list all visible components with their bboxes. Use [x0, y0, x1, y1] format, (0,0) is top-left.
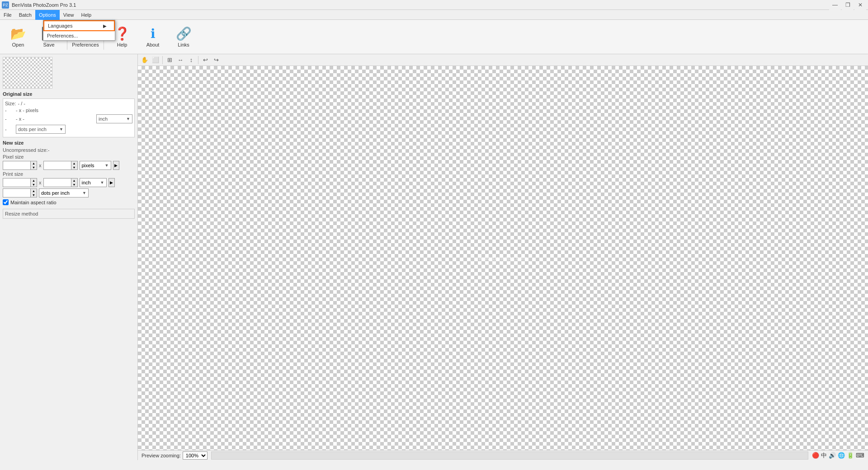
about-label: About: [146, 42, 160, 47]
about-icon: ℹ: [146, 27, 160, 41]
dropdown-item-languages[interactable]: Languages ▶: [43, 20, 115, 31]
print-height-field[interactable]: [44, 179, 71, 187]
canvas-tool-resize[interactable]: ⊞: [165, 55, 175, 65]
dpi-unit-dropdown[interactable]: dots per inch ▼: [39, 188, 89, 197]
aspect-ratio-label: Maintain aspect ratio: [10, 200, 57, 205]
canvas-tool-redo[interactable]: ↪: [211, 55, 221, 65]
print-width-input[interactable]: ▲ ▼: [3, 178, 37, 187]
size-label: Size:: [5, 101, 16, 106]
print-unit-value: inch: [82, 180, 99, 185]
print-width-up[interactable]: ▲: [30, 179, 37, 183]
options-dropdown: Languages ▶ Preferences...: [43, 20, 115, 41]
open-icon: 📂: [11, 27, 25, 41]
pixel-unit-arrow: ▼: [105, 163, 109, 168]
pixel-height-input[interactable]: ▲ ▼: [43, 161, 78, 170]
title-bar-left: PZ BenVista PhotoZoom Pro 3.1: [2, 1, 76, 9]
print-unit-dropdown[interactable]: inch ▼: [80, 178, 107, 187]
zoom-select[interactable]: 25% 50% 75% 100% 150% 200%: [183, 451, 208, 460]
pixel-width-field[interactable]: [3, 161, 30, 169]
scroll-area[interactable]: [211, 451, 808, 460]
toolbar: 📂 Open 💾 Save ⚙ Preferences ❓ Help ℹ Abo…: [0, 20, 868, 54]
menu-view[interactable]: View: [60, 10, 78, 20]
original-size-box: Size: - / - - - x - pixels - - x - inch …: [3, 99, 135, 137]
uncompressed-label: Uncompressed size:-: [3, 147, 49, 153]
menu-options[interactable]: Options: [35, 10, 60, 20]
canvas-tool-undo[interactable]: ↩: [200, 55, 210, 65]
aspect-ratio-row: Maintain aspect ratio: [3, 199, 135, 205]
dpi-up[interactable]: ▲: [30, 189, 37, 193]
print-expand-btn[interactable]: ▶: [108, 178, 115, 187]
pixel-size-label: Pixel size: [3, 154, 24, 160]
tray-icon-1: 🔴: [812, 452, 819, 459]
pixel-size-inputs: ▲ ▼ x ▲ ▼ pixels ▼ ▶: [3, 161, 135, 170]
x-separator-pixel: x: [39, 163, 42, 168]
canvas-tool-hand[interactable]: ✋: [140, 55, 150, 65]
canvas-tool-select[interactable]: ⬜: [151, 55, 160, 65]
zoom-label: Preview zooming:: [142, 453, 181, 458]
canvas-area: ✋ ⬜ ⊞ ↔ ↕ ↩ ↪ www.benvista.com Preview z…: [138, 54, 868, 460]
x-label: -: [5, 108, 14, 113]
about-button[interactable]: ℹ About: [138, 23, 167, 52]
dash-label: -: [5, 127, 14, 132]
dpi-input-row: ▲ ▼ dots per inch ▼: [3, 188, 135, 197]
print-size-label: Print size: [3, 171, 23, 177]
resize-method-label: Resize method: [5, 211, 38, 216]
print-unit-arrow: ▼: [100, 180, 104, 185]
dropdown-item-preferences[interactable]: Preferences...: [43, 31, 115, 40]
print-height-down[interactable]: ▼: [71, 183, 77, 187]
open-label: Open: [12, 42, 24, 47]
size-row: Size: - / -: [5, 101, 132, 106]
dpi-field[interactable]: [3, 189, 30, 197]
canvas-tool-height[interactable]: ↕: [186, 55, 196, 65]
print-height-input[interactable]: ▲ ▼: [43, 178, 78, 187]
tray-icon-2: 🔊: [829, 452, 836, 459]
canvas-viewport: www.benvista.com: [138, 66, 868, 450]
pixel-width-down[interactable]: ▼: [30, 165, 37, 169]
pixel-height-up[interactable]: ▲: [71, 161, 77, 165]
dpi-row: - dots per inch ▼: [5, 125, 132, 134]
canvas-watermark: www.benvista.com: [479, 255, 528, 262]
zoom-controls: Preview zooming: 25% 50% 75% 100% 150% 2…: [142, 451, 208, 460]
restore-button[interactable]: ❐: [842, 0, 854, 10]
dpi-input[interactable]: ▲ ▼: [3, 188, 37, 197]
close-button[interactable]: ✕: [854, 0, 866, 10]
pixel-unit-dropdown[interactable]: pixels ▼: [80, 161, 111, 170]
pixel-height-field[interactable]: [44, 161, 71, 169]
minimize-button[interactable]: —: [829, 0, 841, 10]
resize-method-group: Resize method: [3, 209, 135, 219]
tray-icon-3: 🌐: [838, 452, 845, 459]
dpi-dropdown-arrow: ▼: [59, 127, 63, 132]
links-button[interactable]: 🔗 Links: [169, 23, 198, 52]
print-height-up[interactable]: ▲: [71, 179, 77, 183]
uncompressed-row: Uncompressed size:-: [3, 147, 135, 153]
menu-file[interactable]: File: [0, 10, 15, 20]
open-button[interactable]: 📂 Open: [4, 23, 33, 52]
pixels-row: - - x - pixels: [5, 108, 132, 113]
x-label2: -: [5, 116, 14, 122]
left-panel: Original size Size: - / - - - x - pixels…: [0, 54, 138, 460]
menu-batch[interactable]: Batch: [15, 10, 35, 20]
print-width-field[interactable]: [3, 179, 30, 187]
dpi-down[interactable]: ▼: [30, 193, 37, 197]
inches-row: - - x - inch ▼: [5, 114, 132, 123]
canvas-tool-width[interactable]: ↔: [175, 55, 185, 65]
pixel-width-input[interactable]: ▲ ▼: [3, 161, 37, 170]
help-label: Help: [117, 42, 127, 47]
pixel-width-up[interactable]: ▲: [30, 161, 37, 165]
main-layout: Original size Size: - / - - - x - pixels…: [0, 54, 868, 460]
aspect-ratio-checkbox[interactable]: [3, 199, 9, 205]
x-separator-print: x: [39, 180, 42, 185]
print-size-inputs: ▲ ▼ x ▲ ▼ inch ▼ ▶: [3, 178, 135, 187]
dpi-dropdown[interactable]: dots per inch ▼: [16, 125, 66, 134]
inches-value: - x -: [16, 116, 94, 122]
unit-dropdown[interactable]: inch ▼: [96, 114, 132, 123]
preferences-label: Preferences: [72, 42, 99, 47]
dpi-value: dots per inch: [18, 127, 57, 132]
print-width-down[interactable]: ▼: [30, 183, 37, 187]
app-icon: PZ: [2, 1, 9, 9]
pixel-expand-btn[interactable]: ▶: [113, 161, 119, 170]
pixel-height-down[interactable]: ▼: [71, 165, 77, 169]
menu-help[interactable]: Help: [77, 10, 95, 20]
unit-dropdown-arrow: ▼: [126, 117, 130, 121]
pixel-unit-value: pixels: [82, 163, 103, 168]
